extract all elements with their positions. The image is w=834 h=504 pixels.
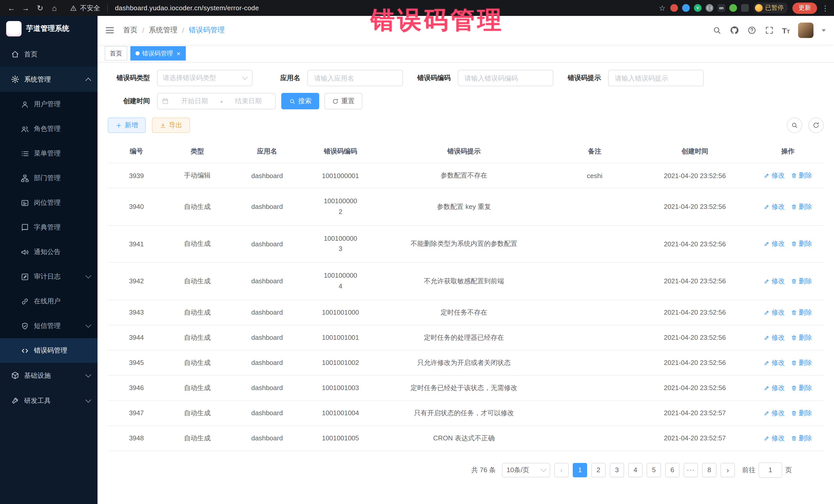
sidebar-item-role[interactable]: 角色管理 [0,116,97,141]
github-icon[interactable] [729,26,739,35]
sidebar-item-menu[interactable]: 菜单管理 [0,141,97,166]
tab-首页[interactable]: 首页 [105,46,127,61]
delete-link[interactable]: 删除 [791,333,812,342]
sidebar-item-label: 审计日志 [34,272,82,281]
delete-link[interactable]: 删除 [791,434,812,443]
sidebar-item-user[interactable]: 用户管理 [0,92,97,116]
delete-link[interactable]: 删除 [791,171,812,180]
sidebar-item-notice[interactable]: 通知公告 [0,240,97,264]
tab-错误码管理[interactable]: 错误码管理× [130,46,185,61]
grid-extension-icon[interactable]: ⋮⋮ [706,4,714,12]
pagination-page-8[interactable]: 8 [702,463,717,477]
video-extension-icon[interactable]: V [694,4,702,12]
edit-link[interactable]: 修改 [764,434,785,443]
pagination-page-6[interactable]: 6 [665,463,680,477]
paused-extension-chip[interactable]: 已暂停 [753,3,788,13]
app-name-input[interactable] [313,74,397,82]
sidebar-item-dept[interactable]: 部门管理 [0,166,97,191]
browser-back-icon[interactable]: ← [5,2,18,14]
delete-link[interactable]: 删除 [791,202,812,212]
fullscreen-icon[interactable] [765,26,774,35]
pagination-page-3[interactable]: 3 [610,463,624,477]
bookmark-star-icon[interactable]: ☆ [659,3,666,13]
address-url[interactable]: dashboard.yudao.iocoder.cn/system/error-… [115,4,259,12]
sidebar-item-dict[interactable]: 字典管理 [0,215,97,240]
hamburger-icon[interactable] [105,25,115,36]
error-code-input[interactable] [463,74,548,82]
delete-link[interactable]: 删除 [791,277,812,286]
browser-menu-icon[interactable]: ⋮ [822,4,829,12]
browser-update-button[interactable]: 更新 [792,2,817,14]
show-search-toggle-button[interactable] [787,117,802,133]
edit-link-label: 修改 [771,409,785,418]
add-button[interactable]: 新增 [108,117,146,133]
error-msg-input[interactable] [614,74,698,82]
avatar-caret-icon[interactable] [822,29,826,31]
browser-forward-icon[interactable]: → [20,2,32,14]
sidebar-item-home[interactable]: 首页 [0,42,97,67]
pagination-page-4[interactable]: 4 [628,463,642,477]
sidebar-item-devtools[interactable]: 研发工具 [0,388,97,413]
export-button[interactable]: 导出 [152,117,190,133]
reset-button[interactable]: 重置 [324,93,363,109]
error-type-select[interactable]: 请选择错误码类型 [157,70,253,86]
pin-extension-icon[interactable] [741,4,749,12]
search-button[interactable]: 搜索 [281,93,319,109]
delete-link[interactable]: 删除 [791,384,812,393]
start-date-placeholder[interactable]: 开始日期 [172,96,217,106]
record-extension-icon[interactable] [670,4,678,12]
pagination-ellipsis[interactable]: ··· [684,463,698,477]
delete-link[interactable]: 删除 [791,239,812,249]
user-avatar[interactable] [798,23,813,38]
sidebar-item-errcode[interactable]: 错误码管理 [0,338,97,363]
sidebar-logo[interactable]: 芋道管理系统 [0,16,97,42]
edit-link[interactable]: 修改 [764,277,785,286]
pagination-page-5[interactable]: 5 [647,463,661,477]
edit-link[interactable]: 修改 [764,333,785,342]
goto-page-input[interactable] [759,462,782,478]
security-indicator[interactable]: 不安全 [70,3,100,13]
edit-link[interactable]: 修改 [764,239,785,249]
breadcrumb-item[interactable]: 错误码管理 [189,26,225,35]
cell-app: dashboard [229,300,305,325]
sidebar-item-post[interactable]: 岗位管理 [0,191,97,215]
sidebar-item-online[interactable]: 在线用户 [0,289,97,313]
browser-home-icon[interactable]: ⌂ [48,2,61,14]
drop-extension-icon[interactable] [682,4,690,12]
edit-link[interactable]: 修改 [764,384,785,393]
browser-reload-icon[interactable]: ↻ [34,2,46,14]
font-size-icon[interactable]: TT [782,26,790,35]
end-date-placeholder[interactable]: 结束日期 [225,96,271,106]
refresh-table-button[interactable] [808,117,824,133]
sidebar-item-sms[interactable]: 短信管理 [0,313,97,338]
breadcrumb-item[interactable]: 首页 [123,26,137,35]
error-code-value: 1001001003 [322,384,359,392]
page-size-select[interactable]: 10条/页 [502,463,550,477]
sidebar-item-audit[interactable]: 审计日志 [0,264,97,289]
pagination-page-1[interactable]: 1 [573,463,587,477]
edit-link[interactable]: 修改 [764,358,785,368]
sidebar-item-infra[interactable]: 基础设施 [0,363,97,388]
sidebar-item-system[interactable]: 系统管理 [0,67,97,92]
edit-link[interactable]: 修改 [764,202,785,212]
header-search-icon[interactable] [712,26,721,35]
leaf-extension-icon[interactable] [729,4,737,12]
help-icon[interactable] [747,26,756,35]
export-button-label: 导出 [169,120,182,130]
breadcrumb-item[interactable]: 系统管理 [149,26,178,35]
edit-link[interactable]: 修改 [764,171,785,180]
edit-link[interactable]: 修改 [764,409,785,418]
on-badge-extension-icon[interactable]: on [718,4,725,12]
plus-icon [115,122,122,129]
delete-link[interactable]: 删除 [791,409,812,418]
cell-code: 1001001001 [305,325,376,350]
tab-close-icon[interactable]: × [177,50,180,57]
delete-link[interactable]: 删除 [791,358,812,368]
edit-link[interactable]: 修改 [764,308,785,317]
delete-link[interactable]: 删除 [791,308,812,317]
pagination-prev-button[interactable]: ‹ [554,463,569,477]
cell-code: 1001001000 [305,300,376,325]
pagination-next-button[interactable]: › [721,463,735,477]
create-time-range-picker[interactable]: 开始日期 - 结束日期 [157,93,276,109]
pagination-page-2[interactable]: 2 [591,463,606,477]
